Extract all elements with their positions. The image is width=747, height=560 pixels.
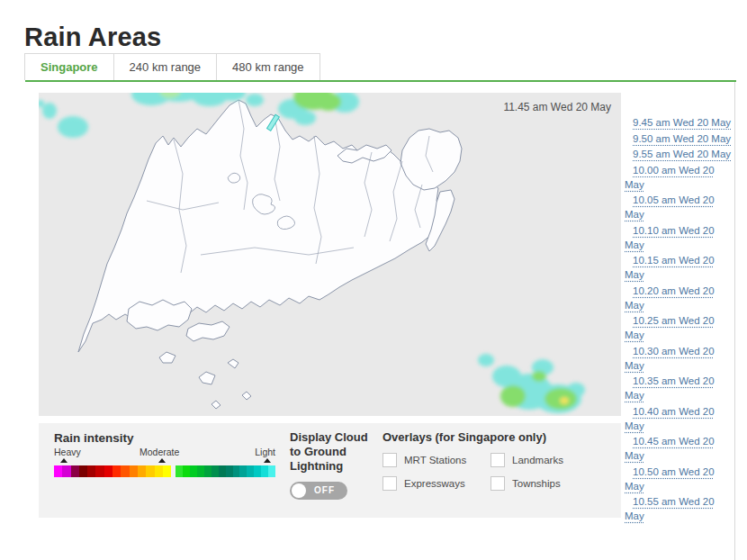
color-segment bbox=[190, 465, 197, 477]
overlay-option-label: Expressways bbox=[404, 478, 465, 489]
scale-label-moderate: Moderate bbox=[140, 447, 179, 457]
color-segment bbox=[254, 465, 261, 477]
color-segment bbox=[130, 465, 138, 477]
time-step-link[interactable]: 10.15 am Wed 20 May bbox=[625, 253, 732, 282]
lightning-title: Display Cloud to Ground Lightning bbox=[290, 430, 377, 474]
range-tab[interactable]: 240 km range bbox=[113, 53, 218, 80]
overlays-section: Overlays (for Singapore only) MRT Statio… bbox=[382, 430, 612, 500]
time-step-link[interactable]: 10.55 am Wed 20 May bbox=[625, 494, 732, 523]
time-step-link[interactable]: 10.35 am Wed 20 May bbox=[625, 374, 732, 402]
color-segment bbox=[104, 465, 112, 477]
time-step-link[interactable]: 10.05 am Wed 20 May bbox=[625, 193, 732, 221]
time-step-link[interactable]: 10.00 am Wed 20 May bbox=[625, 163, 732, 192]
color-segment bbox=[54, 465, 62, 477]
range-tab-label: Singapore bbox=[40, 60, 98, 74]
overlay-checkbox-row[interactable]: Expressways bbox=[382, 476, 490, 491]
overlay-checkbox-row[interactable]: Landmarks bbox=[490, 453, 598, 467]
time-step-link[interactable]: 10.40 am Wed 20 May bbox=[625, 404, 732, 433]
color-segment bbox=[87, 465, 95, 477]
time-step-link[interactable]: 9.50 am Wed 20 May bbox=[625, 131, 732, 146]
color-segment bbox=[183, 465, 190, 477]
overlay-checkbox-row[interactable]: Townships bbox=[490, 476, 598, 491]
time-step-link[interactable]: 9.55 am Wed 20 May bbox=[625, 147, 732, 161]
intensity-bar-light-half bbox=[176, 465, 275, 477]
color-segment bbox=[155, 465, 163, 477]
color-segment bbox=[71, 465, 79, 477]
overlay-options: MRT Stations Landmarks Expressways bbox=[382, 453, 612, 500]
checkbox-icon[interactable] bbox=[382, 453, 397, 467]
range-tab[interactable]: 480 km range bbox=[216, 53, 320, 80]
color-segment bbox=[233, 465, 240, 477]
color-segment bbox=[176, 465, 183, 477]
legend-strip: Rain intensity Heavy Moderate Light Disp… bbox=[39, 423, 621, 518]
toggle-state-label: OFF bbox=[314, 485, 335, 495]
time-step-link[interactable]: 10.45 am Wed 20 May bbox=[625, 434, 732, 463]
map-timestamp: 11.45 am Wed 20 May bbox=[503, 101, 611, 113]
color-segment bbox=[261, 465, 268, 477]
color-segment bbox=[62, 465, 70, 477]
color-segment bbox=[197, 465, 204, 477]
light-marker-icon bbox=[264, 458, 271, 463]
color-segment bbox=[226, 465, 233, 477]
checkbox-icon[interactable] bbox=[382, 476, 397, 491]
range-tab-label: 480 km range bbox=[232, 60, 304, 74]
overlays-title: Overlays (for Singapore only) bbox=[382, 430, 612, 444]
intensity-bar-heavy-half bbox=[54, 465, 171, 477]
content-right-border bbox=[734, 82, 735, 560]
lightning-toggle[interactable]: OFF bbox=[290, 482, 347, 500]
overlay-option-label: MRT Stations bbox=[404, 455, 466, 465]
color-segment bbox=[247, 465, 254, 477]
color-segment bbox=[112, 465, 121, 477]
overlay-checkbox-row[interactable]: MRT Stations bbox=[382, 453, 490, 467]
time-step-link[interactable]: 10.20 am Wed 20 May bbox=[625, 284, 732, 312]
moderate-marker-icon bbox=[158, 458, 166, 463]
toggle-knob-icon bbox=[292, 483, 306, 498]
checkbox-icon[interactable] bbox=[490, 476, 505, 491]
range-tab[interactable]: Singapore bbox=[24, 53, 114, 80]
color-segment bbox=[212, 465, 219, 477]
range-tabs: Singapore 240 km range 480 km range bbox=[25, 53, 320, 80]
heavy-marker-icon bbox=[60, 458, 68, 463]
time-step-link[interactable]: 10.25 am Wed 20 May bbox=[625, 313, 732, 342]
rain-areas-page: Rain Areas Singapore 240 km range 480 km… bbox=[0, 0, 747, 560]
rain-intensity-scale: Heavy Moderate Light bbox=[54, 447, 275, 479]
intensity-color-bar bbox=[54, 465, 275, 477]
color-segment bbox=[121, 465, 129, 477]
scale-label-heavy: Heavy bbox=[54, 447, 81, 457]
overlay-option-label: Landmarks bbox=[512, 455, 563, 465]
singapore-map bbox=[39, 93, 621, 416]
time-step-list: 9.45 am Wed 20 May 9.50 am Wed 20 May 9.… bbox=[625, 115, 732, 525]
color-segment bbox=[79, 465, 87, 477]
checkbox-icon[interactable] bbox=[490, 453, 505, 467]
page-title: Rain Areas bbox=[24, 23, 161, 52]
color-segment bbox=[95, 465, 104, 477]
rain-intensity-title: Rain intensity bbox=[54, 431, 134, 445]
color-segment bbox=[146, 465, 154, 477]
color-segment bbox=[204, 465, 212, 477]
color-segment bbox=[239, 465, 247, 477]
color-segment bbox=[219, 465, 226, 477]
color-segment bbox=[268, 465, 275, 477]
time-step-link[interactable]: 10.30 am Wed 20 May bbox=[625, 344, 732, 373]
scale-label-light: Light bbox=[255, 447, 275, 457]
lightning-section: Display Cloud to Ground Lightning OFF bbox=[290, 430, 377, 500]
color-segment bbox=[138, 465, 146, 477]
time-step-link[interactable]: 10.10 am Wed 20 May bbox=[625, 223, 732, 252]
tabs-underline bbox=[25, 80, 736, 82]
radar-map-panel: 11.45 am Wed 20 May bbox=[39, 93, 621, 416]
overlay-option-label: Townships bbox=[512, 478, 561, 489]
time-step-link[interactable]: 9.45 am Wed 20 May bbox=[625, 115, 732, 130]
range-tab-label: 240 km range bbox=[130, 60, 202, 74]
time-step-link[interactable]: 10.50 am Wed 20 May bbox=[625, 465, 732, 493]
color-segment bbox=[163, 465, 171, 477]
